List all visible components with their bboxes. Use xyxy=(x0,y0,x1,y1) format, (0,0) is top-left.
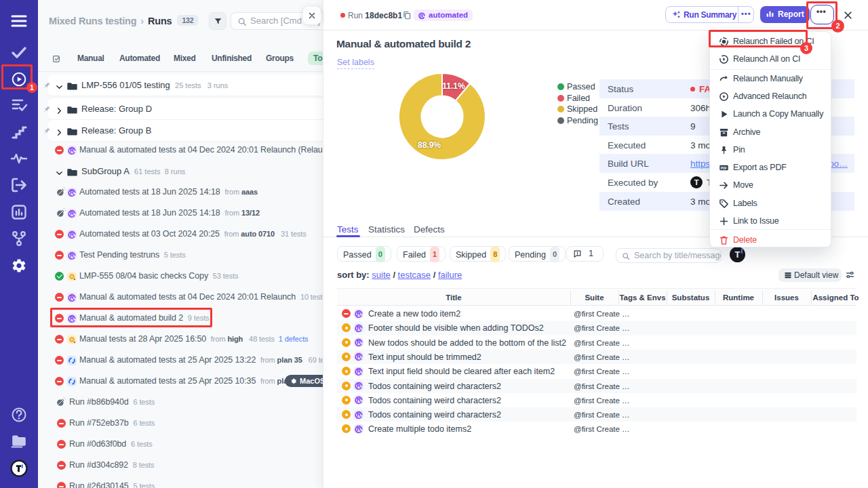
svg-text:88.9%: 88.9% xyxy=(418,140,441,150)
svg-text:R: R xyxy=(70,252,74,259)
svg-text:11.1%: 11.1% xyxy=(442,81,465,91)
svg-text:R: R xyxy=(70,231,74,238)
svg-text:R: R xyxy=(357,339,361,346)
svg-text:R: R xyxy=(70,294,74,301)
svg-text:R: R xyxy=(357,396,361,403)
svg-text:R: R xyxy=(357,368,361,375)
svg-text:R: R xyxy=(357,411,361,418)
svg-text:R: R xyxy=(357,310,361,317)
svg-text:R: R xyxy=(70,147,74,154)
svg-text:R: R xyxy=(70,189,74,196)
svg-text:R: R xyxy=(357,382,361,389)
svg-text:R: R xyxy=(357,426,361,432)
svg-text:R: R xyxy=(420,13,424,18)
svg-text:PDF: PDF xyxy=(721,167,727,170)
svg-text:R: R xyxy=(357,325,361,331)
svg-text:R: R xyxy=(70,210,74,217)
svg-text:R: R xyxy=(357,353,361,360)
